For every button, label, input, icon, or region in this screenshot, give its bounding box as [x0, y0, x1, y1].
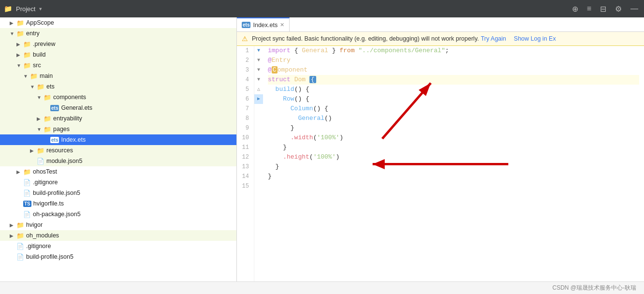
sidebar-item-label: entryability: [53, 115, 82, 122]
chevron-icon: ▶: [16, 52, 22, 58]
line-num: 4: [240, 75, 249, 85]
line-num: 3: [240, 65, 249, 75]
tab-index-ets[interactable]: ets Index.ets ✕: [237, 17, 290, 31]
folder-icon: 📁: [37, 147, 44, 154]
sidebar-item-gitignore[interactable]: 📄 .gitignore: [0, 177, 236, 188]
folder-icon: 📁: [44, 94, 51, 101]
chevron-icon: ▼: [37, 95, 43, 100]
sidebar-item-root-build-profile[interactable]: 📄 build-profile.json5: [0, 251, 236, 262]
folder-icon: 📁: [44, 126, 51, 133]
sidebar-item-label: src: [33, 62, 41, 69]
sidebar-item-hvigor[interactable]: ▶ 📁 hvigor: [0, 220, 236, 230]
sidebar-item-main[interactable]: ▼ 📁 main: [0, 71, 236, 81]
warning-icon: ⚠: [242, 35, 248, 43]
sidebar-item-root-gitignore[interactable]: 📄 .gitignore: [0, 241, 236, 251]
chevron-icon: ▶: [16, 42, 22, 47]
sidebar-item-label: ets: [46, 83, 55, 90]
sidebar-item-label: build: [33, 51, 45, 58]
sidebar-item-resources[interactable]: ▶ 📁 resources: [0, 145, 236, 156]
line-num: 10: [240, 133, 249, 143]
minimize-btn[interactable]: —: [629, 3, 640, 15]
folder-icon: 📁: [23, 62, 31, 69]
code-line-3: @Component: [268, 65, 639, 75]
sidebar-item-module-json5[interactable]: 📄 module.json5: [0, 156, 236, 166]
editor-wrapper: 1 2 3 4 5 6 7 8 9 10 11 12 13 14 15: [237, 46, 644, 281]
line-num: 9: [240, 123, 249, 133]
sidebar-item-label: build-profile.json5: [33, 190, 80, 196]
tab-label: Index.ets: [253, 22, 278, 29]
line-num: 6: [240, 94, 249, 104]
show-log-link[interactable]: Show Log in Ex: [514, 35, 556, 42]
sidebar-item-build-profile[interactable]: 📄 build-profile.json5: [0, 188, 236, 198]
tab-bar: ets Index.ets ✕: [237, 17, 644, 32]
chevron-icon: ▼: [23, 74, 29, 79]
line-num: 5: [240, 85, 249, 94]
code-content: import { General } from "../components/G…: [263, 46, 644, 281]
json-file-icon: 📄: [23, 211, 31, 218]
code-line-1: import { General } from "../components/G…: [268, 46, 639, 56]
code-line-14: }: [268, 162, 639, 172]
sidebar-item-pages[interactable]: ▼ 📁 pages: [0, 124, 236, 134]
fold-indicator[interactable]: ▼: [254, 56, 263, 65]
line-num: 12: [240, 152, 249, 162]
code-line-13: .height('100%'): [268, 152, 639, 162]
sidebar-item-label: components: [53, 94, 86, 101]
line-num: 15: [240, 181, 249, 191]
line-num: 13: [240, 162, 249, 172]
line-num: 1: [240, 46, 249, 56]
sidebar-item-components[interactable]: ▼ 📁 components: [0, 92, 236, 103]
fold-indicator[interactable]: ▼: [254, 65, 263, 75]
code-line-4: struct Dom {: [268, 75, 639, 85]
watermark-text: CSDN @瑞晟技术服务中心-耿瑞: [552, 284, 636, 292]
folder-icon: 📁: [4, 5, 12, 13]
sidebar-item-label: .gitignore: [26, 243, 51, 250]
code-line-9: General(): [268, 114, 639, 123]
sidebar-item-ohostest[interactable]: ▶ 📁 ohosTest: [0, 166, 236, 177]
sidebar-item-general-ets[interactable]: ets General.ets: [0, 103, 236, 113]
add-btn[interactable]: ⊕: [570, 3, 580, 15]
code-line-15: }: [268, 172, 639, 181]
sidebar-item-build[interactable]: ▶ 📁 build: [0, 49, 236, 60]
sidebar-item-hvigorfile[interactable]: TS hvigorfile.ts: [0, 198, 236, 209]
editor-area: ets Index.ets ✕ ⚠ Project sync failed. B…: [237, 17, 644, 281]
toolbar: 📁 Project ▾ ⊕ ≡ ⊟ ⚙ —: [0, 0, 644, 17]
code-editor[interactable]: 1 2 3 4 5 6 7 8 9 10 11 12 13 14 15: [237, 46, 644, 281]
sidebar-item-label: oh_modules: [26, 232, 59, 239]
sidebar-item-label: main: [40, 73, 53, 79]
settings-btn[interactable]: ⚙: [613, 3, 624, 15]
sidebar-item-label: Index.ets: [61, 136, 86, 143]
tab-close-btn[interactable]: ✕: [280, 22, 284, 28]
file-tree: ▶ 📁 AppScope ▼ 📁 entry ▶ 📁 .preview ▶ 📁 …: [0, 17, 237, 281]
folder-icon: 📁: [16, 30, 24, 37]
sidebar-item-appscope[interactable]: ▶ 📁 AppScope: [0, 17, 236, 28]
fold-indicator[interactable]: ▶: [254, 94, 263, 104]
collapse-btn[interactable]: ≡: [585, 3, 593, 15]
sidebar-item-entryability[interactable]: ▶ 📁 entryability: [0, 113, 236, 124]
main-area: ▶ 📁 AppScope ▼ 📁 entry ▶ 📁 .preview ▶ 📁 …: [0, 17, 644, 281]
code-line-7: Row() {: [268, 94, 639, 104]
bottom-bar: CSDN @瑞晟技术服务中心-耿瑞: [0, 281, 644, 294]
sidebar-item-oh-modules[interactable]: ▶ 📁 oh_modules: [0, 230, 236, 241]
warning-text: Project sync failed. Basic functionality…: [252, 35, 479, 42]
fold-indicator[interactable]: ▼: [254, 46, 263, 56]
try-again-link[interactable]: Try Again: [481, 35, 506, 42]
folder-icon: 📁: [23, 51, 31, 59]
sidebar-item-ets[interactable]: ▼ 📁 ets: [0, 81, 236, 92]
warning-bar: ⚠ Project sync failed. Basic functionali…: [237, 32, 644, 46]
fold-indicator[interactable]: △: [254, 85, 263, 94]
folder-icon: 📁: [37, 83, 44, 90]
layout-btn[interactable]: ⊟: [598, 3, 608, 15]
sidebar-item-label: module.json5: [46, 158, 82, 164]
sidebar-item-label: hvigorfile.ts: [33, 200, 64, 207]
sidebar-item-preview[interactable]: ▶ 📁 .preview: [0, 39, 236, 49]
sidebar-item-oh-package[interactable]: 📄 oh-package.json5: [0, 209, 236, 220]
sidebar-item-src[interactable]: ▼ 📁 src: [0, 60, 236, 71]
sidebar-item-entry[interactable]: ▼ 📁 entry: [0, 28, 236, 39]
code-line-2: @Entry: [268, 56, 639, 65]
ets-file-icon: ets: [50, 137, 59, 143]
fold-indicator[interactable]: ▼: [254, 75, 263, 85]
chevron-icon: ▶: [16, 169, 22, 175]
json-file-icon: 📄: [23, 190, 31, 197]
sidebar-item-index-ets[interactable]: ets Index.ets: [0, 134, 236, 145]
chevron-icon: ▶: [10, 20, 15, 26]
